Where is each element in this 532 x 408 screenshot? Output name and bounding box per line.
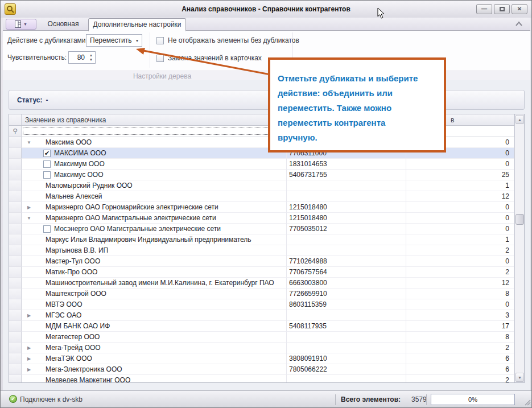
value-cell[interactable]: Мосэнерго ОАО Магистральные электрически… <box>22 224 287 234</box>
value-cell[interactable]: МВТЭ ООО <box>22 299 287 310</box>
total-elements-value: 3579 <box>411 395 427 403</box>
resize-grip[interactable] <box>523 398 531 406</box>
value-cell[interactable]: ▼Максима ООО <box>22 137 287 148</box>
table-row[interactable]: Максимус ООО540673175525 <box>9 170 514 180</box>
value-cell[interactable]: Мастер-Тул ООО <box>22 256 287 267</box>
duplicate-checkbox[interactable] <box>43 225 51 233</box>
close-button[interactable]: ✕ <box>512 4 527 14</box>
duplicates-action-dropdown[interactable]: Переместить ▼ <box>86 34 142 47</box>
count-cell: 1 <box>406 180 514 191</box>
table-row[interactable]: ▼Маризнерго ОАО Магистральные электричес… <box>9 213 514 224</box>
expand-row-icon[interactable]: ▶ <box>22 367 36 372</box>
row-indicator <box>9 364 22 375</box>
value-cell[interactable]: Машиностроительный завод имени М.И.Калин… <box>22 278 287 289</box>
contractor-name: Мегатестер ООО <box>46 333 100 341</box>
filter-indicator: ⚲ <box>9 126 22 137</box>
value-cell[interactable]: Маштехстрой ООО <box>22 289 287 299</box>
collapse-ribbon-icon[interactable] <box>514 20 523 27</box>
table-row[interactable]: Матик-Про ООО77067575642 <box>9 267 514 278</box>
expand-row-icon[interactable]: ▶ <box>22 313 36 318</box>
table-row[interactable]: ▶Мега-Электроника ООО78050662226 <box>9 364 514 375</box>
collapse-row-icon[interactable]: ▼ <box>22 216 36 221</box>
hide-without-duplicates-checkbox[interactable] <box>156 37 164 44</box>
chevron-down-icon[interactable]: ▼ <box>133 39 142 43</box>
value-cell[interactable]: Маркус Илья Владимирович Индивидуальный … <box>22 234 287 245</box>
value-cell[interactable]: ▶Маризнерго ОАО Горномарийские электриче… <box>22 202 287 213</box>
inn-cell: 3808091910 <box>287 353 406 364</box>
tab-main[interactable]: Основная <box>38 18 88 31</box>
sensitivity-stepper[interactable]: 80 ▲ ▼ <box>68 51 96 64</box>
contractor-name: Максимум ООО <box>54 160 105 168</box>
table-row[interactable]: МВТЭ ООО86031153590 <box>9 299 514 310</box>
spin-down-icon[interactable]: ▼ <box>89 57 93 62</box>
inn-cell <box>287 310 406 321</box>
count-cell: 2 <box>406 343 514 353</box>
table-row[interactable]: Медведев Маркетинг ООО2 <box>9 375 514 382</box>
contractor-name: Мастер-Тул ООО <box>46 257 100 265</box>
maximize-button[interactable] <box>494 4 510 14</box>
table-row[interactable]: Маломырский Рудник ООО1 <box>9 180 514 191</box>
spin-up-icon[interactable]: ▲ <box>89 53 93 57</box>
table-row[interactable]: Маркус Илья Владимирович Индивидуальный … <box>9 234 514 245</box>
duplicates-action-label: Действие с дубликатами: <box>7 36 88 44</box>
count-cell: 6 <box>406 364 514 375</box>
value-cell[interactable]: Мальнев Алексей <box>22 191 287 202</box>
contractor-name: МДМ БАНК ОАО ИФ <box>46 322 110 330</box>
duplicate-checkbox[interactable] <box>43 160 51 168</box>
table-row[interactable]: Максимум ООО18310146530 <box>9 159 514 170</box>
value-cell[interactable]: ▶МГЭС ОАО <box>22 310 287 321</box>
duplicate-checkbox[interactable]: ✔ <box>43 150 51 157</box>
count-cell: 0 <box>406 213 514 224</box>
value-cell[interactable]: Медведев Маркетинг ООО <box>22 375 287 382</box>
value-cell[interactable]: Матик-Про ООО <box>22 267 287 278</box>
column-header-value[interactable]: Значение из справочника <box>22 114 287 125</box>
statusbar-separator <box>335 394 336 405</box>
expand-row-icon[interactable]: ▶ <box>22 356 36 361</box>
indicator-header <box>9 114 22 125</box>
value-cell[interactable]: Максимус ООО <box>22 170 287 180</box>
value-cell[interactable]: МДМ БАНК ОАО ИФ <box>22 321 287 332</box>
value-cell[interactable]: ▶Мега-Трейд ООО <box>22 343 287 353</box>
inn-cell: 7705035012 <box>287 224 406 234</box>
title-bar[interactable]: Анализ справочников - Справочник контраг… <box>1 1 531 18</box>
minimize-button[interactable]: — <box>476 4 492 14</box>
filter-icon: ⚲ <box>13 127 17 135</box>
table-row[interactable]: ▶Мега-Трейд ООО2 <box>9 343 514 353</box>
view-menu-button[interactable]: ▼ <box>6 19 36 30</box>
statusbar-separator <box>426 394 427 405</box>
vertical-scrollbar[interactable]: ▲ ▼ <box>514 114 524 382</box>
replace-values-checkbox[interactable] <box>156 55 164 62</box>
expand-row-icon[interactable]: ▶ <box>22 345 36 351</box>
value-cell[interactable]: ✔МАКСИМА ООО <box>22 148 287 159</box>
table-row[interactable]: Мастер-Тул ООО77102649880 <box>9 256 514 267</box>
value-cell[interactable]: Мартынова В.В. ИП <box>22 245 287 256</box>
tab-additional-settings[interactable]: Дополнительные настройки <box>88 18 186 31</box>
table-row[interactable]: Мегатестер ООО8 <box>9 332 514 343</box>
table-row[interactable]: ▶МегаТЭК ООО38080919106 <box>9 353 514 364</box>
inn-cell: 6663003800 <box>287 278 406 289</box>
inn-cell <box>287 191 406 202</box>
scroll-down-icon[interactable]: ▼ <box>515 373 524 382</box>
duplicate-checkbox[interactable] <box>43 171 51 179</box>
value-cell[interactable]: ▶Мега-Электроника ООО <box>22 364 287 375</box>
table-row[interactable]: ▶МГЭС ОАО3 <box>9 310 514 321</box>
filter-input[interactable] <box>23 127 285 135</box>
table-row[interactable]: Мартынова В.В. ИП2 <box>9 245 514 256</box>
value-cell[interactable]: Максимум ООО <box>22 159 287 170</box>
expand-row-icon[interactable]: ▶ <box>22 205 36 210</box>
tree-settings-caption: Настройки дерева <box>100 72 225 80</box>
value-cell[interactable]: Маломырский Рудник ООО <box>22 180 287 191</box>
table-row[interactable]: Мосэнерго ОАО Магистральные электрически… <box>9 224 514 234</box>
value-cell[interactable]: ▶МегаТЭК ООО <box>22 353 287 364</box>
table-row[interactable]: МДМ БАНК ОАО ИФ540811793517 <box>9 321 514 332</box>
table-row[interactable]: Мальнев Алексей12 <box>9 191 514 202</box>
value-cell[interactable]: ▼Маризнерго ОАО Магистральные электричес… <box>22 213 287 224</box>
count-cell: 0 <box>406 299 514 310</box>
table-row[interactable]: Маштехстрой ООО77266599108 <box>9 289 514 299</box>
collapse-row-icon[interactable]: ▼ <box>22 140 36 145</box>
value-cell[interactable]: Мегатестер ООО <box>22 332 287 343</box>
table-row[interactable]: Машиностроительный завод имени М.И.Калин… <box>9 278 514 289</box>
scroll-up-icon[interactable]: ▲ <box>515 115 524 124</box>
table-row[interactable]: ▶Маризнерго ОАО Горномарийские электриче… <box>9 202 514 213</box>
scrollbar-thumb[interactable] <box>515 214 524 225</box>
